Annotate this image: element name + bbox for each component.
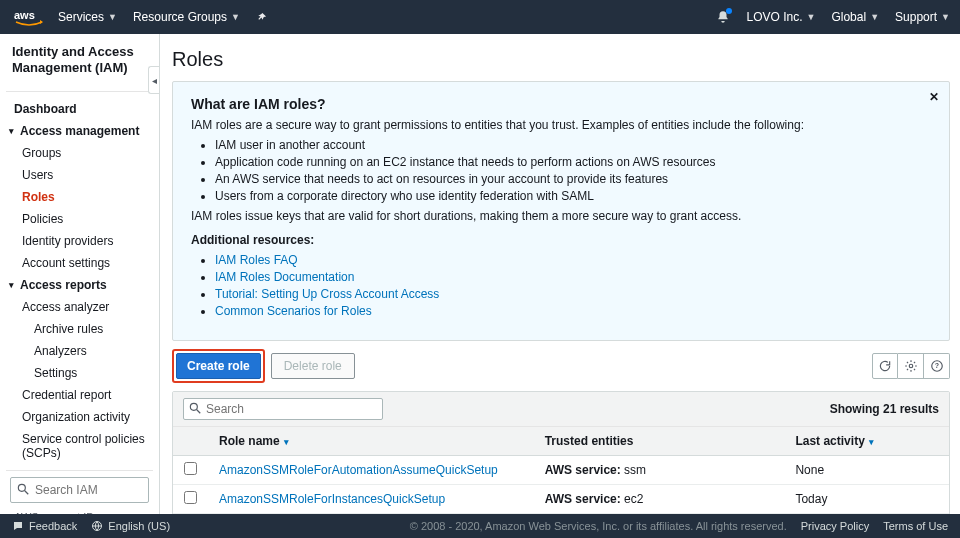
sidebar-item-dashboard[interactable]: Dashboard: [6, 98, 153, 120]
search-icon: [188, 401, 202, 418]
info-link[interactable]: IAM Roles Documentation: [215, 270, 354, 284]
nav-resource-groups[interactable]: Resource Groups▼: [133, 10, 240, 24]
svg-point-1: [18, 484, 25, 491]
roles-panel: Showing 21 results Role name▾ Trusted en…: [172, 391, 950, 514]
nav-support[interactable]: Support▼: [895, 10, 950, 24]
feedback-label: Feedback: [29, 520, 77, 532]
panel-toolbar: Showing 21 results: [173, 392, 949, 426]
nav-account[interactable]: LOVO Inc.▼: [746, 10, 815, 24]
svg-line-7: [197, 410, 201, 414]
role-name-link[interactable]: AmazonSSMRoleForInstancesQuickSetup: [219, 492, 445, 506]
settings-button[interactable]: [898, 353, 924, 379]
sidebar-item-access-analyzer[interactable]: Access analyzer: [6, 296, 153, 318]
sidebar-item-users[interactable]: Users: [6, 164, 153, 186]
roles-table: Role name▾ Trusted entities Last activit…: [173, 426, 949, 514]
chevron-down-icon: ▼: [870, 12, 879, 22]
info-heading: What are IAM roles?: [191, 96, 931, 112]
action-row: Create role Delete role ?: [172, 349, 950, 383]
help-button[interactable]: ?: [924, 353, 950, 379]
notification-dot: [726, 8, 732, 14]
caret-down-icon: ▾: [6, 280, 16, 290]
last-activity-value: Today: [785, 485, 949, 514]
sidebar-item-analyzers[interactable]: Analyzers: [6, 340, 153, 362]
svg-text:aws: aws: [14, 9, 35, 21]
sidebar-group-access-management[interactable]: ▾Access management: [6, 120, 153, 142]
notifications-button[interactable]: [716, 10, 730, 24]
language-label: English (US): [108, 520, 170, 532]
sidebar-group-access-reports[interactable]: ▾Access reports: [6, 274, 153, 296]
sort-icon: ▾: [869, 437, 874, 447]
chevron-down-icon: ▼: [807, 12, 816, 22]
language-button[interactable]: English (US): [91, 520, 170, 532]
sidebar-item-identity-providers[interactable]: Identity providers: [6, 230, 153, 252]
copyright-text: © 2008 - 2020, Amazon Web Services, Inc.…: [410, 520, 787, 532]
nav-services-label: Services: [58, 10, 104, 24]
sidebar-item-organization-activity[interactable]: Organization activity: [6, 406, 153, 428]
nav-resource-groups-label: Resource Groups: [133, 10, 227, 24]
table-row: AmazonSSMRoleForAutomationAssumeQuickSet…: [173, 456, 949, 485]
nav-account-label: LOVO Inc.: [746, 10, 802, 24]
terms-link[interactable]: Terms of Use: [883, 520, 948, 532]
row-checkbox[interactable]: [184, 462, 197, 475]
sidebar-item-credential-report[interactable]: Credential report: [6, 384, 153, 406]
sort-icon: ▾: [284, 437, 289, 447]
sidebar-search-input[interactable]: [10, 477, 149, 503]
nav-region[interactable]: Global▼: [831, 10, 879, 24]
info-links-list: IAM Roles FAQ IAM Roles Documentation Tu…: [215, 253, 931, 318]
sidebar-item-settings[interactable]: Settings: [6, 362, 153, 384]
pin-icon[interactable]: [256, 12, 267, 23]
sidebar-group-label: Access management: [20, 124, 139, 138]
col-role-name[interactable]: Role name▾: [209, 427, 535, 456]
info-bullet: Application code running on an EC2 insta…: [215, 155, 931, 169]
col-trusted-entities[interactable]: Trusted entities: [535, 427, 786, 456]
info-bullet: IAM user in another account: [215, 138, 931, 152]
chevron-down-icon: ▼: [941, 12, 950, 22]
info-paragraph: IAM roles are a secure way to grant perm…: [191, 118, 931, 132]
col-last-activity[interactable]: Last activity▾: [785, 427, 949, 456]
nav-support-label: Support: [895, 10, 937, 24]
info-bullet: Users from a corporate directory who use…: [215, 189, 931, 203]
close-icon[interactable]: ✕: [929, 90, 939, 104]
info-bullet: An AWS service that needs to act on reso…: [215, 172, 931, 186]
last-activity-value: None: [785, 456, 949, 485]
nav-services[interactable]: Services▼: [58, 10, 117, 24]
create-role-highlight: Create role: [172, 349, 265, 383]
svg-text:?: ?: [934, 362, 938, 369]
account-info: AWS account ID: 752601946661: [6, 503, 153, 515]
table-search-input[interactable]: [183, 398, 383, 420]
page-title: Roles: [172, 48, 950, 71]
delete-role-button: Delete role: [271, 353, 355, 379]
svg-line-2: [25, 490, 29, 494]
sidebar-item-roles[interactable]: Roles: [6, 186, 153, 208]
feedback-button[interactable]: Feedback: [12, 520, 77, 532]
trusted-prefix: AWS service:: [545, 492, 621, 506]
refresh-button[interactable]: [872, 353, 898, 379]
sidebar-collapse-button[interactable]: ◂: [148, 66, 160, 94]
footer: Feedback English (US) © 2008 - 2020, Ama…: [0, 514, 960, 538]
caret-down-icon: ▾: [6, 126, 16, 136]
info-link[interactable]: Tutorial: Setting Up Cross Account Acces…: [215, 287, 439, 301]
privacy-link[interactable]: Privacy Policy: [801, 520, 869, 532]
role-name-link[interactable]: AmazonSSMRoleForAutomationAssumeQuickSet…: [219, 463, 498, 477]
col-checkbox: [173, 427, 209, 456]
sidebar-item-scps[interactable]: Service control policies (SCPs): [6, 428, 153, 464]
content: Roles ✕ What are IAM roles? IAM roles ar…: [160, 34, 960, 514]
table-row: AmazonSSMRoleForInstancesQuickSetupAWS s…: [173, 485, 949, 514]
sidebar-item-groups[interactable]: Groups: [6, 142, 153, 164]
search-icon: [16, 482, 30, 499]
trusted-prefix: AWS service:: [545, 463, 621, 477]
sidebar-item-archive-rules[interactable]: Archive rules: [6, 318, 153, 340]
aws-logo[interactable]: aws: [14, 8, 44, 26]
sidebar-item-account-settings[interactable]: Account settings: [6, 252, 153, 274]
create-role-button[interactable]: Create role: [176, 353, 261, 379]
row-checkbox[interactable]: [184, 491, 197, 504]
info-link[interactable]: IAM Roles FAQ: [215, 253, 298, 267]
info-paragraph: IAM roles issue keys that are valid for …: [191, 209, 931, 223]
info-link[interactable]: Common Scenarios for Roles: [215, 304, 372, 318]
svg-point-3: [909, 364, 913, 368]
nav-region-label: Global: [831, 10, 866, 24]
sidebar-item-policies[interactable]: Policies: [6, 208, 153, 230]
chevron-down-icon: ▼: [108, 12, 117, 22]
info-box: ✕ What are IAM roles? IAM roles are a se…: [172, 81, 950, 341]
info-additional-label: Additional resources:: [191, 233, 931, 247]
